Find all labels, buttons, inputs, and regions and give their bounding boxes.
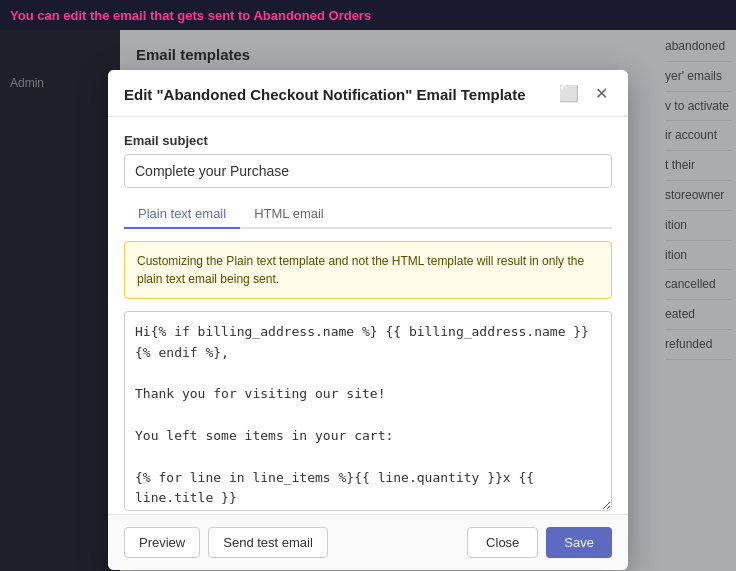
footer-left: Preview Send test email (124, 527, 328, 558)
top-banner-text: You can edit the email that gets sent to… (10, 8, 371, 23)
warning-box: Customizing the Plain text template and … (124, 241, 612, 299)
modal-title: Edit "Abandoned Checkout Notification" E… (124, 86, 525, 103)
save-button[interactable]: Save (546, 527, 612, 558)
email-body-textarea[interactable] (124, 311, 612, 511)
footer-right: Close Save (467, 527, 612, 558)
modal-footer: Preview Send test email Close Save (108, 514, 628, 570)
tab-bar: Plain text email HTML email (124, 200, 612, 229)
modal-body: Email subject Plain text email HTML emai… (108, 117, 628, 514)
send-test-email-button[interactable]: Send test email (208, 527, 328, 558)
close-button[interactable]: Close (467, 527, 538, 558)
tab-plain-text[interactable]: Plain text email (124, 200, 240, 229)
email-subject-input[interactable] (124, 154, 612, 188)
modal-close-button[interactable]: ✕ (591, 84, 612, 104)
preview-button[interactable]: Preview (124, 527, 200, 558)
modal-header: Edit "Abandoned Checkout Notification" E… (108, 70, 628, 117)
modal-header-icons: ⬜ ✕ (555, 84, 612, 104)
tab-html-email[interactable]: HTML email (240, 200, 338, 229)
modal-overlay: Edit "Abandoned Checkout Notification" E… (0, 30, 736, 571)
modal-expand-button[interactable]: ⬜ (555, 84, 583, 104)
subject-label: Email subject (124, 133, 612, 148)
modal-dialog: Edit "Abandoned Checkout Notification" E… (108, 70, 628, 570)
top-banner: You can edit the email that gets sent to… (0, 0, 736, 30)
